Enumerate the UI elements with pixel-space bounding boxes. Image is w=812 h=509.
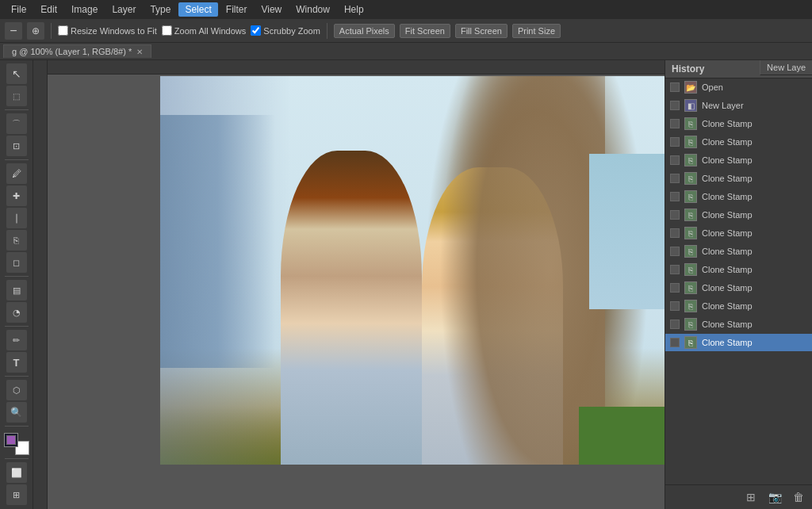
zoom-all-input[interactable] <box>162 25 172 36</box>
history-checkbox-6[interactable] <box>670 192 680 201</box>
history-item-clone10[interactable]: ⎘Clone Stamp <box>665 279 812 297</box>
history-item-clone3[interactable]: ⎘Clone Stamp <box>665 151 812 170</box>
history-checkbox-5[interactable] <box>670 174 680 183</box>
history-checkbox-7[interactable] <box>670 210 680 220</box>
history-item-clone12[interactable]: ⎘Clone Stamp <box>665 316 812 334</box>
history-item-clone4[interactable]: ⎘Clone Stamp <box>665 170 812 188</box>
history-item-clone1[interactable]: ⎘Clone Stamp <box>665 115 812 133</box>
menu-filter[interactable]: Filter <box>220 2 254 17</box>
history-item-label: Clone Stamp <box>702 155 753 165</box>
history-item-clone5[interactable]: ⎘Clone Stamp <box>665 188 812 206</box>
resize-windows-checkbox[interactable]: Resize Windows to Fit <box>58 25 157 36</box>
zoom-out-btn[interactable]: − <box>5 22 22 40</box>
scrubby-zoom-input[interactable] <box>251 25 261 36</box>
actual-pixels-btn[interactable]: Actual Pixels <box>334 24 395 38</box>
lasso-tool[interactable]: ⌒ <box>6 113 27 134</box>
zoom-all-windows-checkbox[interactable]: Zoom All Windows <box>162 25 246 36</box>
separator <box>51 23 52 39</box>
zoom-tool[interactable]: 🔍 <box>6 402 27 423</box>
new-layer-tab[interactable]: New Laye <box>760 60 812 75</box>
clone-stamp-tool[interactable]: ⎘ <box>6 230 27 251</box>
menu-window[interactable]: Window <box>289 2 336 17</box>
tool-separator4 <box>5 326 29 327</box>
pen-tool[interactable]: ✏ <box>6 330 27 350</box>
history-checkbox-3[interactable] <box>670 137 680 147</box>
history-icon-stamp: ⎘ <box>684 136 697 148</box>
menu-image[interactable]: Image <box>65 2 104 17</box>
history-checkbox-13[interactable] <box>670 320 680 329</box>
history-item-label: Clone Stamp <box>702 228 753 238</box>
fit-screen-btn[interactable]: Fit Screen <box>400 24 450 38</box>
menu-layer[interactable]: Layer <box>105 2 142 17</box>
history-item-clone13[interactable]: ⎘Clone Stamp <box>665 334 812 352</box>
menu-view[interactable]: View <box>255 2 288 17</box>
create-snapshot-btn[interactable]: ⊞ <box>742 488 760 506</box>
history-checkbox-4[interactable] <box>670 155 680 165</box>
foreground-color-swatch[interactable] <box>4 433 18 447</box>
text-tool[interactable]: T <box>6 352 27 373</box>
screen-mode-tool[interactable]: ⊞ <box>6 484 27 505</box>
separator2 <box>327 23 327 39</box>
document-tab[interactable]: g @ 100% (Layer 1, RGB/8#) * ✕ <box>3 44 151 58</box>
path-tool[interactable]: ⬡ <box>6 380 27 400</box>
move-tool[interactable]: ↖ <box>6 63 27 84</box>
history-item-new-layer[interactable]: ◧New Layer <box>665 97 812 115</box>
history-checkbox-10[interactable] <box>670 265 680 274</box>
history-icon-stamp: ⎘ <box>684 209 697 221</box>
history-checkbox-14[interactable] <box>670 338 680 347</box>
history-panel: History ▶ New Laye 📂Open◧New Layer⎘Clone… <box>665 60 812 509</box>
history-item-clone2[interactable]: ⎘Clone Stamp <box>665 133 812 151</box>
foreground-color-indicator <box>6 435 16 445</box>
history-icon-stamp: ⎘ <box>684 318 697 331</box>
history-item-clone9[interactable]: ⎘Clone Stamp <box>665 261 812 279</box>
menu-file[interactable]: File <box>5 2 33 17</box>
history-item-clone6[interactable]: ⎘Clone Stamp <box>665 206 812 224</box>
canvas-area <box>33 60 665 509</box>
zoom-in-btn[interactable]: ⊕ <box>27 22 44 40</box>
history-checkbox-11[interactable] <box>670 283 680 293</box>
select-tool[interactable]: ⬚ <box>6 86 27 106</box>
healing-tool[interactable]: ✚ <box>6 186 27 206</box>
history-item-open[interactable]: 📂Open <box>665 78 812 97</box>
menu-help[interactable]: Help <box>338 2 370 17</box>
eyedropper-tool[interactable]: 🖉 <box>6 163 27 184</box>
gradient-tool[interactable]: ▤ <box>6 280 27 300</box>
history-item-clone7[interactable]: ⎘Clone Stamp <box>665 224 812 243</box>
blur-tool[interactable]: ◔ <box>6 302 27 323</box>
history-item-clone11[interactable]: ⎘Clone Stamp <box>665 297 812 316</box>
tools-panel: ↖ ⬚ ⌒ ⊡ 🖉 ✚ ∣ ⎘ ◻ ▤ ◔ ✏ T ⬡ 🔍 ⬜ ⊞ <box>0 60 33 509</box>
horizontal-ruler <box>48 60 665 75</box>
stone-wall <box>422 76 605 465</box>
print-size-btn[interactable]: Print Size <box>512 24 561 38</box>
vertical-ruler <box>33 60 48 509</box>
history-checkbox-9[interactable] <box>670 247 680 256</box>
delete-state-btn[interactable]: 🗑 <box>790 488 807 506</box>
canvas-container[interactable] <box>160 76 665 465</box>
resize-windows-input[interactable] <box>58 25 68 36</box>
menu-select[interactable]: Select <box>178 2 217 17</box>
quick-mask-tool[interactable]: ⬜ <box>6 462 27 483</box>
menu-type[interactable]: Type <box>144 2 177 17</box>
history-checkbox-1[interactable] <box>670 101 680 110</box>
crop-tool[interactable]: ⊡ <box>6 136 27 156</box>
toolbar: − ⊕ Resize Windows to Fit Zoom All Windo… <box>0 19 812 43</box>
brush-tool[interactable]: ∣ <box>6 208 27 228</box>
scrubby-zoom-checkbox[interactable]: Scrubby Zoom <box>251 25 320 36</box>
history-checkbox-2[interactable] <box>670 119 680 128</box>
ocean <box>589 154 665 309</box>
history-checkbox-8[interactable] <box>670 228 680 238</box>
tab-close-btn[interactable]: ✕ <box>136 48 143 56</box>
history-checkbox-12[interactable] <box>670 301 680 311</box>
history-icon-stamp: ⎘ <box>684 300 697 312</box>
fill-screen-btn[interactable]: Fill Screen <box>455 24 508 38</box>
color-swatches[interactable] <box>4 433 29 455</box>
canvas-image <box>160 76 665 465</box>
history-item-label: Clone Stamp <box>702 210 753 220</box>
eraser-tool[interactable]: ◻ <box>6 252 27 273</box>
menu-edit[interactable]: Edit <box>34 2 63 17</box>
history-checkbox-0[interactable] <box>670 82 680 92</box>
history-item-label: Clone Stamp <box>702 119 753 128</box>
camera-btn[interactable]: 📷 <box>766 488 783 506</box>
history-item-clone8[interactable]: ⎘Clone Stamp <box>665 243 812 261</box>
history-icon-stamp: ⎘ <box>684 172 697 185</box>
